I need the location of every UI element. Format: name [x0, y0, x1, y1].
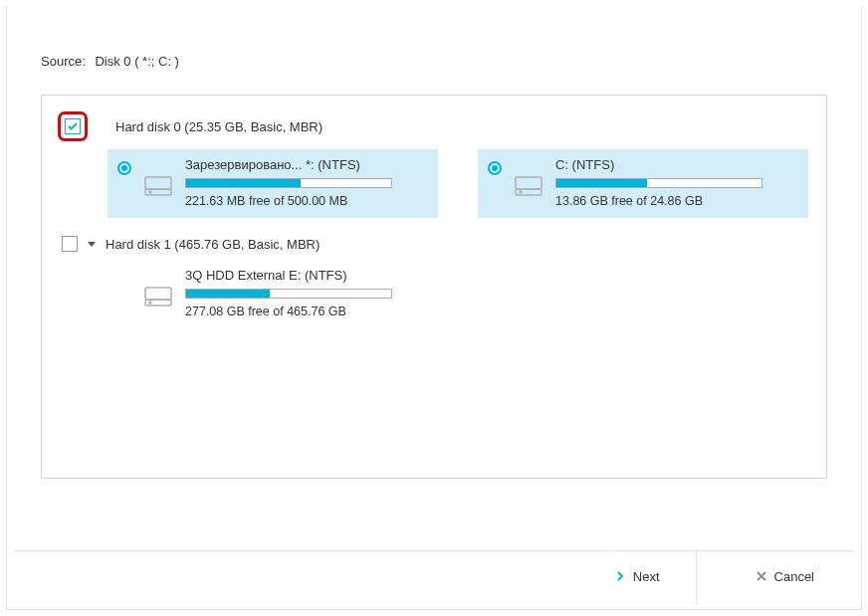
disk-checkbox[interactable] [65, 118, 81, 134]
hdd-icon [514, 175, 543, 197]
disk-checkbox[interactable] [62, 236, 78, 252]
partition-free-text: 221.63 MB free of 500.00 MB [185, 194, 428, 208]
next-label: Next [633, 569, 660, 584]
usage-bar [185, 289, 392, 299]
disk-row[interactable]: Hard disk 1 (465.76 GB, Basic, MBR) [62, 236, 810, 252]
usage-bar [185, 178, 392, 188]
partition-title: Зарезервировано... *: (NTFS) [185, 157, 428, 172]
source-line: Source: Disk 0 ( *:; C: ) [41, 54, 845, 69]
partitions-row: 3Q HDD External E: (NTFS) 277.08 GB free… [108, 260, 810, 328]
partition-free-text: 13.86 GB free of 24.86 GB [555, 194, 798, 208]
partition-title: C: (NTFS) [555, 157, 798, 172]
svg-point-6 [149, 191, 151, 193]
disk-row[interactable]: Hard disk 0 (25.35 GB, Basic, MBR) [58, 111, 810, 141]
partition-title: 3Q HDD External E: (NTFS) [185, 268, 428, 283]
highlight-annotation [58, 111, 88, 141]
cancel-label: Cancel [774, 569, 814, 584]
svg-rect-10 [145, 288, 171, 300]
partition-card[interactable]: Зарезервировано... *: (NTFS) 221.63 MB f… [108, 149, 438, 218]
chevron-right-icon [615, 569, 625, 584]
partition-radio[interactable] [117, 161, 131, 175]
cancel-button[interactable]: Cancel [745, 563, 826, 590]
window-frame: Source: Disk 0 ( *:; C: ) Hard disk 0 (2… [6, 6, 862, 610]
hdd-icon [143, 286, 173, 308]
svg-rect-4 [145, 177, 171, 189]
disk-label: Hard disk 1 (465.76 GB, Basic, MBR) [106, 237, 320, 252]
partitions-row: Зарезервировано... *: (NTFS) 221.63 MB f… [108, 149, 810, 218]
next-button[interactable]: Next [603, 563, 672, 590]
partition-card[interactable]: 3Q HDD External E: (NTFS) 277.08 GB free… [108, 260, 438, 328]
disk-panel: Hard disk 0 (25.35 GB, Basic, MBR) Зарез… [41, 95, 827, 479]
svg-rect-7 [516, 177, 542, 189]
expand-caret-icon[interactable] [88, 242, 96, 247]
usage-bar [555, 178, 762, 188]
partition-free-text: 277.08 GB free of 465.76 GB [185, 305, 428, 318]
footer-separator [696, 551, 697, 603]
svg-point-9 [520, 191, 522, 193]
x-icon [757, 569, 766, 584]
source-label: Source: [41, 54, 86, 69]
hdd-icon [143, 175, 173, 197]
partition-card[interactable]: C: (NTFS) 13.86 GB free of 24.86 GB [478, 149, 808, 218]
svg-point-12 [149, 302, 151, 304]
source-value: Disk 0 ( *:; C: ) [95, 54, 179, 69]
footer: Next Cancel [14, 550, 854, 602]
disk-label: Hard disk 0 (25.35 GB, Basic, MBR) [115, 119, 323, 134]
partition-radio[interactable] [488, 161, 502, 175]
